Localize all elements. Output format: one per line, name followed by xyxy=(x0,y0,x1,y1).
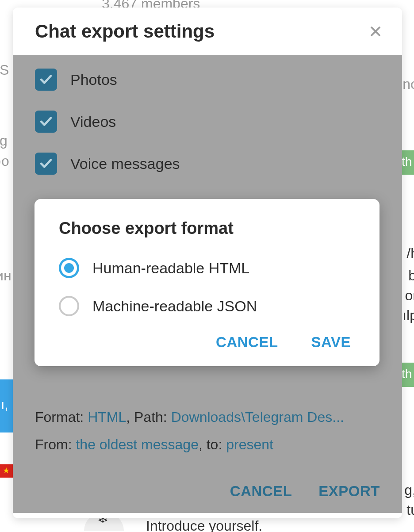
bg-fragment: th xyxy=(401,150,414,175)
format-path-line: Format: HTML, Path: Downloads\Telegram D… xyxy=(35,409,380,425)
radio-html[interactable] xyxy=(59,258,79,278)
checkbox-row-videos[interactable]: Videos xyxy=(35,111,380,133)
bg-fragment: th xyxy=(401,363,414,387)
format-dialog-title: Choose export format xyxy=(59,219,355,238)
path-link[interactable]: Downloads\Telegram Des... xyxy=(171,409,344,425)
bg-fragment: or xyxy=(405,287,414,304)
checkbox-row-voice[interactable]: Voice messages xyxy=(35,153,380,175)
checkbox-label: Photos xyxy=(70,71,117,88)
export-button[interactable]: EXPORT xyxy=(318,483,380,500)
checkbox-label: Voice messages xyxy=(70,155,180,172)
dialog-buttons: CANCEL EXPORT xyxy=(230,483,380,500)
check-icon xyxy=(39,158,53,169)
cancel-button[interactable]: CANCEL xyxy=(230,483,292,500)
format-link[interactable]: HTML xyxy=(88,409,126,425)
checkbox-row-photos[interactable]: Photos xyxy=(35,69,380,91)
from-to-line: From: the oldest message, to: present xyxy=(35,436,380,453)
close-icon xyxy=(369,25,382,38)
bg-fragment: ıg xyxy=(0,133,8,149)
dialog-title: Chat export settings xyxy=(35,21,215,42)
to-label: , to: xyxy=(199,436,226,452)
bg-intro-text: Introduce yourself. xyxy=(146,518,262,532)
bg-fragment: IS xyxy=(0,62,9,78)
radio-label: Human-readable HTML xyxy=(92,260,249,277)
checkbox-label: Videos xyxy=(70,113,116,130)
format-dialog: Choose export format Human-readable HTML… xyxy=(34,199,380,366)
bg-fragment: ɔo xyxy=(0,153,9,169)
dialog-header: Chat export settings xyxy=(13,8,402,55)
radio-json[interactable] xyxy=(59,296,79,316)
path-label: , Path: xyxy=(126,409,171,425)
bg-fragment: ılp xyxy=(402,307,414,324)
close-button[interactable] xyxy=(367,23,384,40)
from-label: From: xyxy=(35,436,76,452)
radio-row-html[interactable]: Human-readable HTML xyxy=(59,258,355,278)
checkbox-voice[interactable] xyxy=(35,153,57,175)
check-icon xyxy=(39,116,53,127)
format-save-button[interactable]: SAVE xyxy=(311,334,351,351)
checkbox-photos[interactable] xyxy=(35,69,57,91)
from-link[interactable]: the oldest message xyxy=(76,436,199,452)
to-link[interactable]: present xyxy=(226,436,273,452)
format-dialog-buttons: CANCEL SAVE xyxy=(59,334,355,351)
bg-fragment: b xyxy=(408,268,414,284)
bg-fragment: g, xyxy=(404,482,414,498)
check-icon xyxy=(39,74,53,85)
bg-flag xyxy=(0,464,13,478)
bg-fragment: nc xyxy=(402,76,414,92)
bg-fragment: tu xyxy=(406,502,414,518)
radio-label: Machine-readable JSON xyxy=(92,298,257,315)
bg-fragment: ı, xyxy=(0,379,13,432)
format-label: Format: xyxy=(35,409,88,425)
format-cancel-button[interactable]: CANCEL xyxy=(216,334,278,351)
bg-fragment: /h xyxy=(406,245,414,262)
checkbox-videos[interactable] xyxy=(35,111,57,133)
radio-row-json[interactable]: Machine-readable JSON xyxy=(59,296,355,316)
bg-fragment: ин xyxy=(0,268,12,284)
